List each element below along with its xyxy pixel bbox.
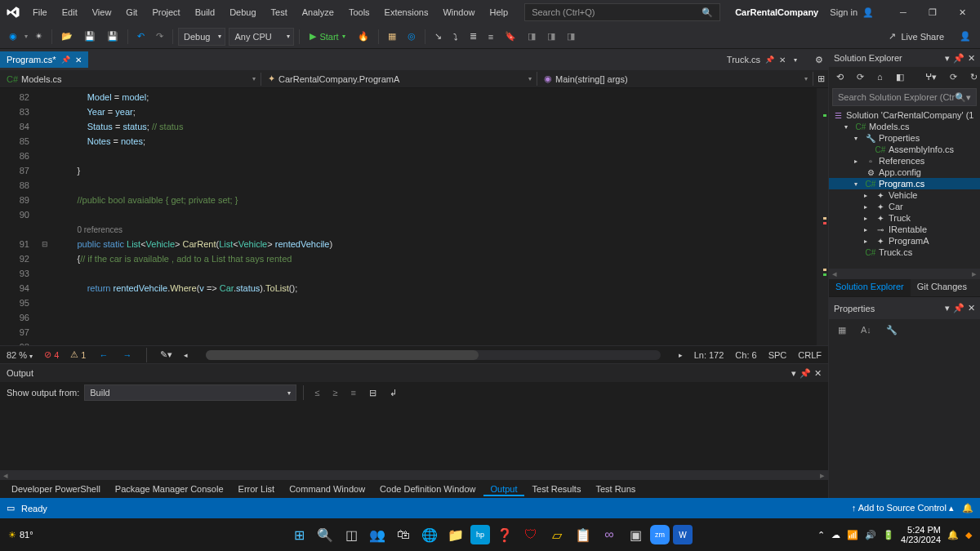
tab-settings-icon[interactable]: ⚙ <box>810 55 828 65</box>
word-icon[interactable]: W <box>673 525 693 544</box>
close-icon[interactable]: ✕ <box>779 56 786 64</box>
volume-icon[interactable]: 🔊 <box>865 530 876 540</box>
output-icon-1[interactable]: ≤ <box>310 385 323 400</box>
warnings-count[interactable]: ⚠1 <box>70 349 86 360</box>
close-icon[interactable]: ✕ <box>75 56 82 64</box>
menu-view[interactable]: View <box>86 4 118 20</box>
zoom-dropdown[interactable]: 82 % ▾ <box>7 350 33 360</box>
bottom-tab[interactable]: Test Runs <box>589 482 642 496</box>
platform-dropdown[interactable]: Any CPU <box>229 28 294 46</box>
refresh-icon[interactable]: ↻ <box>966 69 980 85</box>
menu-analyze[interactable]: Analyze <box>296 4 341 20</box>
pin-icon[interactable]: 📌 <box>765 56 774 64</box>
scroll-left-icon[interactable]: ◂ <box>3 470 8 480</box>
code-editor[interactable]: 8283848586878889909192939495969798991001… <box>0 88 828 345</box>
tree-item[interactable]: ▸✦Vehicle <box>829 189 980 201</box>
menu-build[interactable]: Build <box>189 4 221 20</box>
maximize-button[interactable]: ❐ <box>918 0 947 24</box>
live-share-button[interactable]: ↗ Live Share <box>884 29 949 44</box>
menu-window[interactable]: Window <box>436 4 481 20</box>
menu-extensions[interactable]: Extensions <box>378 4 435 20</box>
nav-fwd-icon[interactable]: → <box>121 350 133 360</box>
tab-truck-cs[interactable]: Truck.cs 📌 ✕ ▾ <box>720 51 804 68</box>
scroll-left-icon[interactable]: ◂ <box>184 351 188 359</box>
wifi-icon[interactable]: 📶 <box>847 530 858 540</box>
add-source-control-button[interactable]: ↑ Add to Source Control ▴ <box>852 503 954 513</box>
open-icon[interactable]: 📂 <box>57 29 77 44</box>
bottom-tab[interactable]: Package Manager Console <box>109 482 230 496</box>
se-tab[interactable]: Solution Explorer <box>829 279 911 296</box>
tree-item[interactable]: ▸✦Truck <box>829 212 980 224</box>
prop-wrench-icon[interactable]: 🔧 <box>882 322 902 338</box>
notification-icon[interactable]: 🔔 <box>947 530 959 540</box>
minimize-button[interactable]: ─ <box>889 0 918 24</box>
notifications-icon[interactable]: 🔔 <box>962 503 973 513</box>
step-over-icon[interactable]: ⤵ <box>449 29 462 44</box>
bottom-tab[interactable]: Code Definition Window <box>373 482 482 496</box>
bottom-tab[interactable]: Output <box>483 482 523 496</box>
menu-help[interactable]: Help <box>483 4 515 20</box>
config-dropdown[interactable]: Debug <box>178 28 225 46</box>
tree-item[interactable]: ▸⊸IRentable <box>829 224 980 235</box>
code-text[interactable]: Model = model; Year = year; Status = sta… <box>51 88 817 345</box>
switch-view-icon[interactable]: ◧ <box>892 69 908 85</box>
breadcrumb-method[interactable]: ◉ Main(string[] args) <box>537 72 813 86</box>
toolbar-icon-2[interactable]: ◎ <box>403 29 420 44</box>
search-icon[interactable]: 🔍 <box>314 523 336 546</box>
tree-item[interactable]: ▾🔧Properties <box>829 132 980 144</box>
pin-icon[interactable]: 📌 <box>953 303 964 313</box>
close-button[interactable]: ✕ <box>947 0 977 24</box>
bookmark-icon[interactable]: 🔖 <box>501 29 520 44</box>
vs-icon[interactable]: ∞ <box>598 523 621 546</box>
outdent-icon[interactable]: ≡ <box>484 29 497 44</box>
tree-item[interactable]: ▸✦Car <box>829 201 980 212</box>
save-all-icon[interactable]: 💾 <box>103 29 122 44</box>
cloud-icon[interactable]: ☁ <box>831 530 840 540</box>
zoom-icon[interactable]: zm <box>650 525 670 544</box>
tree-item[interactable]: C#AssemblyInfo.cs <box>829 144 980 155</box>
bottom-tab[interactable]: Error List <box>232 482 282 496</box>
line-indicator[interactable]: Ln: 172 <box>694 350 724 360</box>
scroll-left-icon[interactable]: ◂ <box>832 269 837 278</box>
output-body[interactable] <box>0 403 828 470</box>
char-indicator[interactable]: Ch: 6 <box>735 350 756 360</box>
filter-icon[interactable]: ⵖ▾ <box>921 69 941 85</box>
sync-icon[interactable]: ⟳ <box>946 69 961 85</box>
tree-item[interactable]: ▾C#Models.cs <box>829 121 980 132</box>
start-button[interactable]: ▶ Start ▾ <box>305 29 350 43</box>
toolbar-icon-1[interactable]: ▦ <box>384 29 400 44</box>
output-icon[interactable]: ▭ <box>7 503 15 513</box>
back-icon[interactable]: ◉ <box>5 29 21 44</box>
menu-edit[interactable]: Edit <box>56 4 84 20</box>
menu-test[interactable]: Test <box>265 4 294 20</box>
mcafee-icon[interactable]: 🛡 <box>519 523 542 546</box>
search-input[interactable]: Search (Ctrl+Q) 🔍 <box>524 3 720 21</box>
dropdown-icon[interactable]: ▾ <box>945 53 950 64</box>
toolbar-icon-3[interactable]: ◨ <box>523 29 540 44</box>
wrap-icon[interactable]: ↲ <box>385 385 401 401</box>
output-icon-2[interactable]: ≥ <box>328 385 341 400</box>
battery-icon[interactable]: 🔋 <box>883 530 894 540</box>
menu-project[interactable]: Project <box>145 4 186 20</box>
pin-icon[interactable]: 📌 <box>61 56 70 64</box>
back-icon[interactable]: ⟲ <box>832 69 848 85</box>
spaces-indicator[interactable]: SPC <box>768 350 787 360</box>
errors-count[interactable]: ⊘4 <box>44 349 59 360</box>
bottom-tab[interactable]: Developer PowerShell <box>5 482 107 496</box>
menu-debug[interactable]: Debug <box>223 4 262 20</box>
toolbar-icon-5[interactable]: ◨ <box>563 29 579 44</box>
hp-icon[interactable]: hp <box>470 525 490 544</box>
weather-widget[interactable]: ☀ 81° <box>8 530 33 540</box>
redo-icon[interactable]: ↷ <box>152 29 167 44</box>
h-scrollbar[interactable] <box>206 350 660 360</box>
tree-item[interactable]: ▸✦ProgramA <box>829 235 980 247</box>
step-into-icon[interactable]: ↘ <box>430 29 446 44</box>
menu-tools[interactable]: Tools <box>342 4 376 20</box>
se-tab[interactable]: Git Changes <box>911 279 973 296</box>
help-icon[interactable]: ❓ <box>493 523 516 546</box>
pin-icon[interactable]: 📌 <box>953 53 964 64</box>
new-icon[interactable]: ✴ <box>31 29 47 44</box>
sign-in-button[interactable]: Sign in 👤 <box>823 4 880 21</box>
tree-item[interactable]: ▸▫References <box>829 155 980 167</box>
scroll-right-icon[interactable]: ▸ <box>679 351 683 359</box>
